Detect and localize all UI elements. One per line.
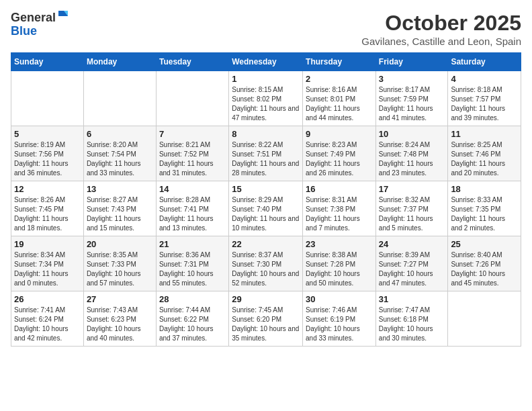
day-info: Sunrise: 8:17 AM Sunset: 7:59 PM Dayligh… (379, 85, 445, 123)
day-info: Sunrise: 7:43 AM Sunset: 6:23 PM Dayligh… (87, 306, 153, 343)
day-info: Sunrise: 8:18 AM Sunset: 7:57 PM Dayligh… (451, 85, 518, 123)
calendar-cell: 21Sunrise: 8:36 AM Sunset: 7:31 PM Dayli… (156, 236, 228, 291)
header-tuesday: Tuesday (156, 53, 228, 71)
calendar-cell: 31Sunrise: 7:47 AM Sunset: 6:18 PM Dayli… (375, 291, 448, 347)
calendar-cell: 19Sunrise: 8:34 AM Sunset: 7:34 PM Dayli… (11, 236, 84, 291)
calendar-body: 1Sunrise: 8:15 AM Sunset: 8:02 PM Daylig… (11, 71, 521, 347)
day-number: 11 (451, 129, 518, 139)
day-info: Sunrise: 8:16 AM Sunset: 8:01 PM Dayligh… (306, 85, 373, 123)
day-info: Sunrise: 8:27 AM Sunset: 7:43 PM Dayligh… (87, 195, 153, 233)
day-number: 4 (451, 74, 518, 84)
calendar-cell: 13Sunrise: 8:27 AM Sunset: 7:43 PM Dayli… (83, 181, 156, 236)
calendar-week-4: 26Sunrise: 7:41 AM Sunset: 6:24 PM Dayli… (11, 291, 521, 347)
calendar-week-0: 1Sunrise: 8:15 AM Sunset: 8:02 PM Daylig… (11, 71, 521, 126)
header-saturday: Saturday (448, 53, 521, 71)
calendar-cell (83, 71, 156, 126)
day-info: Sunrise: 8:33 AM Sunset: 7:35 PM Dayligh… (451, 195, 518, 233)
logo-flag-icon (57, 9, 69, 21)
calendar-header-row: SundayMondayTuesdayWednesdayThursdayFrid… (11, 53, 521, 71)
day-info: Sunrise: 8:20 AM Sunset: 7:54 PM Dayligh… (87, 140, 153, 178)
day-number: 15 (232, 184, 300, 194)
calendar-cell: 24Sunrise: 8:39 AM Sunset: 7:27 PM Dayli… (375, 236, 448, 291)
day-info: Sunrise: 8:28 AM Sunset: 7:41 PM Dayligh… (159, 195, 226, 233)
calendar-week-1: 5Sunrise: 8:19 AM Sunset: 7:56 PM Daylig… (11, 126, 521, 181)
title-block: October 2025 Gavilanes, Castille and Leo… (361, 11, 521, 47)
day-info: Sunrise: 7:44 AM Sunset: 6:22 PM Dayligh… (159, 306, 226, 343)
day-info: Sunrise: 8:23 AM Sunset: 7:49 PM Dayligh… (306, 140, 373, 178)
day-info: Sunrise: 8:15 AM Sunset: 8:02 PM Dayligh… (232, 85, 300, 123)
day-number: 10 (379, 129, 445, 139)
day-number: 28 (159, 294, 226, 304)
day-number: 30 (306, 294, 373, 304)
logo-blue: Blue (11, 24, 37, 38)
day-number: 20 (87, 239, 153, 249)
logo: General Blue (11, 11, 69, 38)
day-number: 3 (379, 74, 445, 84)
day-number: 22 (232, 239, 300, 249)
calendar-cell: 28Sunrise: 7:44 AM Sunset: 6:22 PM Dayli… (156, 291, 228, 347)
day-number: 19 (14, 239, 81, 249)
calendar-cell: 4Sunrise: 8:18 AM Sunset: 7:57 PM Daylig… (448, 71, 521, 126)
day-info: Sunrise: 8:26 AM Sunset: 7:45 PM Dayligh… (14, 195, 81, 233)
calendar-cell: 16Sunrise: 8:31 AM Sunset: 7:38 PM Dayli… (303, 181, 376, 236)
day-info: Sunrise: 7:47 AM Sunset: 6:18 PM Dayligh… (379, 306, 445, 343)
day-number: 2 (306, 74, 373, 84)
day-info: Sunrise: 8:21 AM Sunset: 7:52 PM Dayligh… (159, 140, 226, 178)
day-number: 17 (379, 184, 445, 194)
day-number: 26 (14, 294, 81, 304)
day-number: 18 (451, 184, 518, 194)
day-info: Sunrise: 8:36 AM Sunset: 7:31 PM Dayligh… (159, 250, 226, 288)
calendar-cell: 7Sunrise: 8:21 AM Sunset: 7:52 PM Daylig… (156, 126, 228, 181)
calendar-cell: 30Sunrise: 7:46 AM Sunset: 6:19 PM Dayli… (303, 291, 376, 347)
calendar-cell: 25Sunrise: 8:40 AM Sunset: 7:26 PM Dayli… (448, 236, 521, 291)
calendar-cell: 6Sunrise: 8:20 AM Sunset: 7:54 PM Daylig… (83, 126, 156, 181)
day-number: 1 (232, 74, 300, 84)
day-info: Sunrise: 8:32 AM Sunset: 7:37 PM Dayligh… (379, 195, 445, 233)
day-number: 16 (306, 184, 373, 194)
calendar-cell: 2Sunrise: 8:16 AM Sunset: 8:01 PM Daylig… (303, 71, 376, 126)
calendar-cell: 14Sunrise: 8:28 AM Sunset: 7:41 PM Dayli… (156, 181, 228, 236)
day-info: Sunrise: 7:46 AM Sunset: 6:19 PM Dayligh… (306, 306, 373, 343)
calendar-cell: 20Sunrise: 8:35 AM Sunset: 7:33 PM Dayli… (83, 236, 156, 291)
calendar-cell: 18Sunrise: 8:33 AM Sunset: 7:35 PM Dayli… (448, 181, 521, 236)
day-number: 23 (306, 239, 373, 249)
day-info: Sunrise: 8:38 AM Sunset: 7:28 PM Dayligh… (306, 250, 373, 288)
calendar-week-2: 12Sunrise: 8:26 AM Sunset: 7:45 PM Dayli… (11, 181, 521, 236)
day-number: 8 (232, 129, 300, 139)
day-number: 31 (379, 294, 445, 304)
day-info: Sunrise: 8:22 AM Sunset: 7:51 PM Dayligh… (232, 140, 300, 178)
day-info: Sunrise: 8:25 AM Sunset: 7:46 PM Dayligh… (451, 140, 518, 178)
calendar-cell: 15Sunrise: 8:29 AM Sunset: 7:40 PM Dayli… (229, 181, 303, 236)
day-info: Sunrise: 8:35 AM Sunset: 7:33 PM Dayligh… (87, 250, 153, 288)
header-monday: Monday (83, 53, 156, 71)
day-info: Sunrise: 8:40 AM Sunset: 7:26 PM Dayligh… (451, 250, 518, 288)
day-info: Sunrise: 8:24 AM Sunset: 7:48 PM Dayligh… (379, 140, 445, 178)
day-info: Sunrise: 8:34 AM Sunset: 7:34 PM Dayligh… (14, 250, 81, 288)
calendar-cell (156, 71, 228, 126)
day-info: Sunrise: 8:29 AM Sunset: 7:40 PM Dayligh… (232, 195, 300, 233)
calendar-cell: 17Sunrise: 8:32 AM Sunset: 7:37 PM Dayli… (375, 181, 448, 236)
calendar-cell: 10Sunrise: 8:24 AM Sunset: 7:48 PM Dayli… (375, 126, 448, 181)
day-number: 5 (14, 129, 81, 139)
day-number: 29 (232, 294, 300, 304)
calendar-cell: 23Sunrise: 8:38 AM Sunset: 7:28 PM Dayli… (303, 236, 376, 291)
day-info: Sunrise: 7:45 AM Sunset: 6:20 PM Dayligh… (232, 306, 300, 343)
header-sunday: Sunday (11, 53, 84, 71)
day-info: Sunrise: 8:39 AM Sunset: 7:27 PM Dayligh… (379, 250, 445, 288)
day-number: 7 (159, 129, 226, 139)
calendar-cell: 26Sunrise: 7:41 AM Sunset: 6:24 PM Dayli… (11, 291, 84, 347)
calendar-cell: 27Sunrise: 7:43 AM Sunset: 6:23 PM Dayli… (83, 291, 156, 347)
day-number: 6 (87, 129, 153, 139)
header-friday: Friday (375, 53, 448, 71)
calendar-cell: 11Sunrise: 8:25 AM Sunset: 7:46 PM Dayli… (448, 126, 521, 181)
calendar-cell (448, 291, 521, 347)
day-info: Sunrise: 8:37 AM Sunset: 7:30 PM Dayligh… (232, 250, 300, 288)
day-number: 27 (87, 294, 153, 304)
calendar-cell: 12Sunrise: 8:26 AM Sunset: 7:45 PM Dayli… (11, 181, 84, 236)
day-info: Sunrise: 7:41 AM Sunset: 6:24 PM Dayligh… (14, 306, 81, 343)
header-wednesday: Wednesday (229, 53, 303, 71)
calendar-cell (11, 71, 84, 126)
day-number: 9 (306, 129, 373, 139)
calendar-cell: 22Sunrise: 8:37 AM Sunset: 7:30 PM Dayli… (229, 236, 303, 291)
day-number: 21 (159, 239, 226, 249)
